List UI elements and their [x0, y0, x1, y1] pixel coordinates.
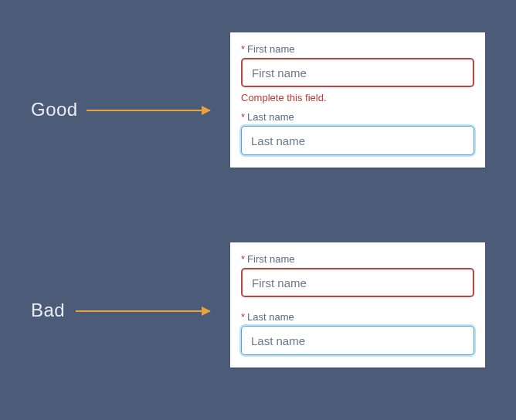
arrow-icon — [76, 310, 210, 312]
form-card-bad: *First name First name *Last name Last n… — [230, 242, 485, 368]
first-name-label: *First name — [241, 253, 474, 265]
required-asterisk-icon: * — [241, 311, 245, 323]
last-name-label: *Last name — [241, 311, 474, 323]
last-name-input[interactable]: Last name — [241, 326, 474, 355]
arrow-icon — [87, 110, 210, 111]
last-name-label: *Last name — [241, 111, 474, 123]
first-name-error-message: Complete this field. — [241, 92, 474, 103]
first-name-label-text: First name — [247, 253, 294, 265]
first-name-input[interactable]: First name — [241, 58, 474, 87]
first-name-label: *First name — [241, 43, 474, 55]
first-name-input[interactable]: First name — [241, 268, 474, 297]
required-asterisk-icon: * — [241, 253, 245, 265]
last-name-label-text: Last name — [247, 311, 294, 323]
caption-bad: Bad — [31, 300, 65, 321]
caption-good: Good — [31, 99, 78, 120]
required-asterisk-icon: * — [241, 43, 245, 55]
form-card-good: *First name First name Complete this fie… — [230, 32, 485, 168]
first-name-label-text: First name — [247, 43, 294, 55]
last-name-input[interactable]: Last name — [241, 126, 474, 155]
last-name-label-text: Last name — [247, 111, 294, 123]
required-asterisk-icon: * — [241, 111, 245, 123]
